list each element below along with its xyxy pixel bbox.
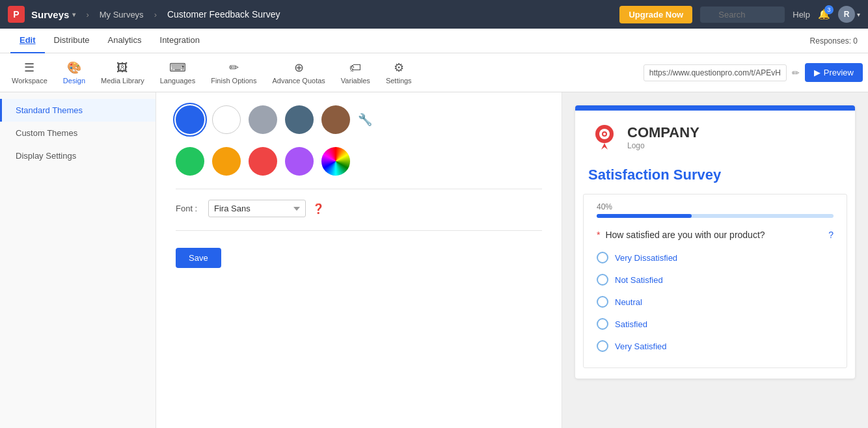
- topbar-right: Upgrade Now 🔍 Help 🔔 3 R ▾: [619, 6, 860, 23]
- user-menu[interactable]: R ▾: [838, 6, 860, 23]
- tab-distribute[interactable]: Distribute: [45, 29, 99, 53]
- option-very-satisfied[interactable]: Very Satisfied: [597, 335, 834, 357]
- tab-distribute-label: Distribute: [54, 35, 90, 45]
- breadcrumb-my-surveys[interactable]: My Surveys: [100, 10, 144, 20]
- app-caret-icon: ▾: [72, 11, 75, 18]
- responses-count: Responses: 0: [810, 36, 858, 46]
- topbar: P Surveys ▾ › My Surveys › Customer Feed…: [0, 0, 868, 29]
- color-white[interactable]: [212, 105, 241, 134]
- sidebar-display-settings-label: Display Settings: [16, 151, 76, 161]
- radio-very-satisfied[interactable]: [597, 340, 608, 352]
- toolbar-variables[interactable]: 🏷 Variables: [334, 59, 377, 87]
- logo-letter: P: [13, 9, 19, 20]
- color-custom[interactable]: [321, 147, 350, 176]
- option-satisfied[interactable]: Satisfied: [597, 313, 834, 335]
- sidebar-standard-themes-label: Standard Themes: [16, 105, 83, 115]
- option-very-satisfied-label: Very Satisfied: [615, 341, 667, 351]
- toolbar-settings[interactable]: ⚙ Settings: [379, 58, 418, 87]
- logo-sub: Logo: [627, 141, 699, 150]
- company-logo-icon: [588, 121, 621, 154]
- design-center-panel: 🔧 Font : Fira Sans Arial Georgia Roboto …: [156, 92, 562, 428]
- notification-badge: 3: [824, 5, 834, 14]
- tab-analytics[interactable]: Analytics: [98, 29, 150, 53]
- question-text: How satisfied are you with our product?: [605, 230, 823, 240]
- tab-analytics-label: Analytics: [107, 35, 141, 45]
- secondary-nav: Edit Distribute Analytics Integration Re…: [0, 29, 868, 53]
- font-label: Font :: [176, 204, 202, 213]
- required-star: *: [597, 230, 600, 240]
- option-very-dissatisfied[interactable]: Very Dissatisfied: [597, 247, 834, 269]
- edit-url-icon[interactable]: ✏: [792, 68, 800, 78]
- progress-percent: 40%: [597, 202, 612, 211]
- tab-integration[interactable]: Integration: [151, 29, 209, 53]
- settings-label: Settings: [386, 77, 412, 85]
- breadcrumb-sep1: ›: [86, 10, 88, 20]
- option-not-satisfied[interactable]: Not Satisfied: [597, 269, 834, 291]
- app-name-surveys[interactable]: Surveys ▾: [31, 9, 75, 20]
- radio-very-dissatisfied[interactable]: [597, 252, 608, 263]
- languages-label: Languages: [160, 77, 195, 85]
- toolbar-languages[interactable]: ⌨ Languages: [154, 58, 202, 87]
- toolbar-right-area: ✏ ▶ Preview: [644, 63, 863, 82]
- preview-label: Preview: [824, 68, 854, 77]
- progress-bar-fill: [597, 214, 692, 218]
- app-logo: P: [8, 6, 25, 23]
- company-info: COMPANY Logo: [627, 124, 699, 150]
- settings-icon: ⚙: [394, 60, 404, 75]
- color-red[interactable]: [249, 147, 277, 176]
- svg-point-3: [603, 133, 606, 135]
- font-help-icon[interactable]: ❓: [312, 203, 325, 215]
- option-not-satisfied-label: Not Satisfied: [615, 275, 663, 285]
- progress-row: 40%: [597, 194, 834, 222]
- survey-card: COMPANY Logo Satisfaction Survey 40% * H…: [575, 105, 855, 379]
- advance-quotas-icon: ⊕: [294, 60, 304, 75]
- tab-edit[interactable]: Edit: [10, 29, 45, 53]
- search-input[interactable]: [700, 7, 785, 23]
- help-label[interactable]: Help: [793, 10, 810, 20]
- color-orange[interactable]: [212, 147, 241, 176]
- finish-options-icon: ✏: [229, 60, 239, 75]
- upgrade-now-button[interactable]: Upgrade Now: [619, 6, 692, 23]
- advance-quotas-label: Advance Quotas: [272, 77, 325, 85]
- languages-icon: ⌨: [169, 60, 186, 75]
- save-button[interactable]: Save: [176, 248, 221, 268]
- progress-bar-bg: [597, 214, 834, 218]
- divider2: [176, 230, 542, 231]
- sidebar-item-custom-themes[interactable]: Custom Themes: [0, 122, 156, 144]
- survey-title: Satisfaction Survey: [575, 160, 855, 194]
- sidebar-item-display-settings[interactable]: Display Settings: [0, 144, 156, 167]
- toolbar-media-library[interactable]: 🖼 Media Library: [94, 59, 151, 87]
- color-slate[interactable]: [285, 105, 314, 134]
- font-select[interactable]: Fira Sans Arial Georgia Roboto: [208, 200, 306, 217]
- color-brown[interactable]: [321, 105, 350, 134]
- radio-satisfied[interactable]: [597, 318, 608, 330]
- tab-edit-label: Edit: [20, 35, 36, 45]
- radio-neutral[interactable]: [597, 296, 608, 308]
- color-row-2: [176, 147, 542, 176]
- notification-bell-wrapper[interactable]: 🔔 3: [818, 8, 830, 20]
- toolbar-workspace[interactable]: ☰ Workspace: [5, 58, 54, 87]
- toolbar-advance-quotas[interactable]: ⊕ Advance Quotas: [265, 58, 331, 87]
- sidebar-item-standard-themes[interactable]: Standard Themes: [0, 99, 156, 122]
- survey-logo-area: COMPANY Logo: [575, 111, 855, 160]
- wrench-icon[interactable]: 🔧: [358, 113, 372, 127]
- color-blue[interactable]: [176, 105, 204, 134]
- option-neutral[interactable]: Neutral: [597, 291, 834, 313]
- color-green[interactable]: [176, 147, 204, 176]
- survey-url-input[interactable]: [644, 64, 787, 81]
- radio-not-satisfied[interactable]: [597, 274, 608, 286]
- toolbar-finish-options[interactable]: ✏ Finish Options: [204, 58, 263, 87]
- preview-button[interactable]: ▶ Preview: [805, 63, 863, 82]
- preview-icon: ▶: [814, 68, 821, 77]
- toolbar-design[interactable]: 🎨 Design: [57, 58, 92, 87]
- color-purple[interactable]: [285, 147, 314, 176]
- design-icon: 🎨: [67, 60, 81, 75]
- sidebar: Standard Themes Custom Themes Display Se…: [0, 92, 156, 428]
- color-gray[interactable]: [249, 105, 277, 134]
- question-help-icon[interactable]: ?: [828, 230, 834, 240]
- breadcrumb-sep2: ›: [154, 10, 157, 20]
- option-neutral-label: Neutral: [615, 297, 642, 307]
- toolbar: ☰ Workspace 🎨 Design 🖼 Media Library ⌨ L…: [0, 53, 868, 92]
- avatar[interactable]: R: [838, 6, 855, 23]
- main-content: Standard Themes Custom Themes Display Se…: [0, 92, 868, 428]
